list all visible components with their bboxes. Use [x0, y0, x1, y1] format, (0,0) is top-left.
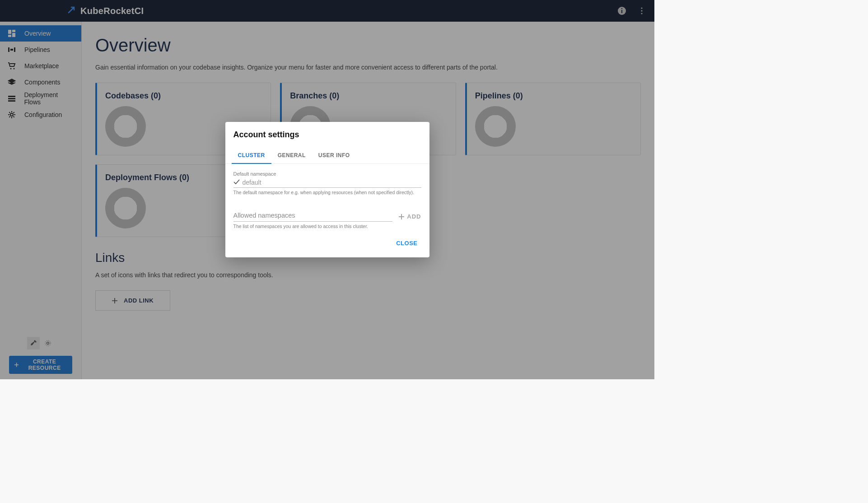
tab-cluster[interactable]: CLUSTER: [232, 148, 271, 164]
default-namespace-input[interactable]: default: [233, 178, 421, 188]
allowed-namespaces-label: Allowed namespaces: [233, 212, 295, 219]
allowed-namespaces-helper: The list of namespaces you are allowed t…: [233, 224, 421, 229]
add-namespace-label: ADD: [407, 213, 421, 220]
default-namespace-label: Default namespace: [233, 171, 421, 177]
modal-tabs: CLUSTER GENERAL USER INFO: [225, 148, 429, 164]
tab-general[interactable]: GENERAL: [271, 148, 312, 163]
add-namespace-button[interactable]: ADD: [399, 213, 421, 222]
tab-user-info[interactable]: USER INFO: [312, 148, 356, 163]
plus-icon: [399, 214, 404, 219]
modal-overlay[interactable]: Account settings CLUSTER GENERAL USER IN…: [0, 0, 654, 379]
allowed-namespaces-input[interactable]: Allowed namespaces: [233, 211, 393, 222]
account-settings-modal: Account settings CLUSTER GENERAL USER IN…: [225, 122, 429, 257]
close-button[interactable]: CLOSE: [392, 237, 422, 249]
default-namespace-placeholder: default: [243, 179, 421, 186]
check-icon: [233, 178, 240, 186]
default-namespace-helper: The default namespace for e.g. when appl…: [233, 190, 421, 195]
modal-title: Account settings: [225, 122, 429, 140]
